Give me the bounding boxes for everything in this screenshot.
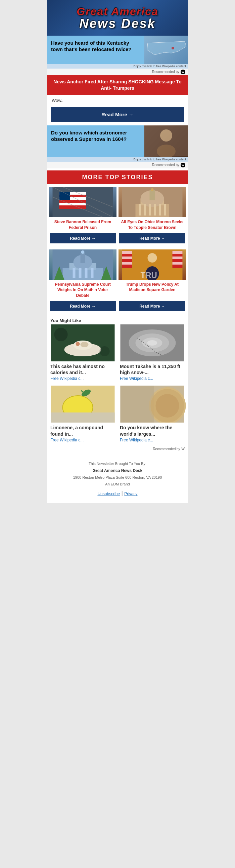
wiki-promo-1-text: Have you heard of this Kentucky town tha… — [47, 36, 144, 64]
story-grid-row1: Steve Bannon Released From Federal Priso… — [47, 184, 188, 247]
svg-rect-42 — [122, 262, 132, 265]
svg-rect-65 — [51, 412, 115, 423]
svg-point-1 — [172, 47, 174, 50]
might-like-card-1-title: This cake has almost no calories and it.… — [49, 362, 116, 376]
wiki-icon-footer: W — [181, 447, 184, 451]
privacy-link[interactable]: Privacy — [124, 492, 137, 496]
footer-brought-to-you: This Newsletter Brought To You By: — [54, 461, 181, 467]
svg-point-53 — [76, 342, 80, 346]
more-top-stories-label: MORE TOP STORIES — [51, 174, 184, 181]
might-like-card-3[interactable]: Limonene, a compound found in... Free Wi… — [49, 385, 116, 445]
svg-rect-44 — [173, 251, 182, 254]
wiki-promo-1-title: Have you heard of this Kentucky town tha… — [51, 40, 141, 53]
story-card-3-image — [49, 249, 116, 280]
footer-edm: An EDM Brand — [54, 481, 181, 488]
header-line2: News Desk — [51, 17, 184, 31]
svg-rect-25 — [164, 204, 166, 216]
story-card-1-read-more[interactable]: Read More → — [50, 233, 116, 243]
story-card-1-title: Steve Bannon Released From Federal Priso… — [49, 217, 116, 232]
footer-links-row: Unsubscribe | Privacy — [54, 491, 181, 497]
recommended-label-1: Recommended by — [152, 70, 179, 73]
svg-rect-18 — [150, 190, 155, 200]
might-like-card-3-subtitle: Free Wikipedia c... — [49, 438, 116, 445]
story-card-1: Steve Bannon Released From Federal Priso… — [49, 187, 116, 247]
might-like-card-4-title: Do you know where the world's larges... — [119, 423, 186, 437]
might-like-img-3 — [49, 385, 116, 423]
footer-recommended-label: Recommended by — [153, 447, 180, 451]
might-like-card-2-title: Mount Takahe is a 11,350 ft high snow-..… — [119, 362, 186, 376]
wiki-promo-2-image — [144, 125, 188, 157]
wiki-icon-2: W — [180, 163, 185, 167]
svg-point-47 — [148, 253, 157, 262]
svg-rect-21 — [144, 204, 146, 216]
svg-rect-68 — [121, 385, 154, 423]
might-like-grid: This cake has almost no calories and it.… — [47, 324, 188, 445]
story-card-4-title: Trump Drops New Policy At Madison Square… — [119, 280, 186, 300]
svg-rect-35 — [91, 268, 94, 278]
story-card-2-image — [119, 187, 186, 217]
story-grid-row2: Pennsylvania Supreme Court Weighs In On … — [47, 247, 188, 315]
might-like-img-2 — [119, 324, 186, 362]
wiki-promo-2[interactable]: Do you know which astronomer observed a … — [47, 125, 188, 157]
wiki-promo-1-image — [144, 36, 188, 64]
story-card-2-read-more[interactable]: Read More → — [119, 233, 185, 243]
svg-rect-27 — [63, 268, 103, 280]
might-like-img-1 — [49, 324, 116, 362]
header-line1: Great America — [51, 6, 184, 17]
story-card-3: Pennsylvania Supreme Court Weighs In On … — [49, 249, 116, 315]
svg-rect-34 — [85, 268, 88, 278]
might-like-card-3-title: Limonene, a compound found in... — [49, 423, 116, 437]
might-like-card-1[interactable]: This cake has almost no calories and it.… — [49, 324, 116, 383]
svg-point-56 — [100, 346, 110, 356]
wow-text: Wow.. — [47, 95, 188, 104]
breaking-news-bar: News Anchor Fired After Sharing SHOCKING… — [47, 75, 188, 95]
svg-rect-22 — [149, 204, 151, 216]
footer-recommended-bar: Recommended by W — [47, 445, 188, 453]
svg-rect-32 — [73, 268, 75, 278]
story-card-2: All Eyes On Ohio: Moreno Seeks To Topple… — [119, 187, 186, 247]
wiki-promo-1[interactable]: Have you heard of this Kentucky town tha… — [47, 36, 188, 64]
svg-rect-46 — [173, 262, 182, 265]
wiki-promo-1-caption: Enjoy this link to free Wikipedia conten… — [47, 64, 188, 69]
story-card-4-read-more[interactable]: Read More → — [119, 301, 185, 311]
svg-marker-0 — [147, 41, 186, 55]
svg-point-54 — [80, 342, 89, 347]
story-card-3-read-more[interactable]: Read More → — [50, 301, 116, 311]
recommended-bar-1: Recommended by W — [47, 69, 188, 75]
might-like-card-2[interactable]: Mount Takahe is a 11,350 ft high snow-..… — [119, 324, 186, 383]
unsubscribe-link[interactable]: Unsubscribe — [97, 492, 120, 496]
wiki-icon-1: W — [180, 70, 185, 74]
might-like-img-4 — [119, 385, 186, 423]
svg-rect-41 — [122, 256, 132, 259]
svg-rect-24 — [159, 204, 161, 216]
might-like-card-1-subtitle: Free Wikipedia c... — [49, 376, 116, 383]
header-banner: Great America News Desk — [47, 0, 188, 36]
recommended-bar-2: Recommended by W — [47, 162, 188, 168]
story-card-1-image — [49, 187, 116, 217]
wiki-promo-2-caption: Enjoy this link to free Wikipedia conten… — [47, 157, 188, 162]
story-card-4: TRU Trump Drops New Policy At Madison Sq… — [119, 249, 186, 315]
you-might-like-header: You Might Like — [47, 315, 188, 324]
footer-separator: | — [122, 491, 125, 496]
story-card-3-title: Pennsylvania Supreme Court Weighs In On … — [49, 280, 116, 300]
svg-rect-30 — [80, 253, 85, 263]
email-wrapper: Great America News Desk Have you heard o… — [47, 0, 188, 503]
footer-address: 1900 Reston Metro Plaza Suite 600 Reston… — [54, 474, 181, 481]
breaking-news-text: News Anchor Fired After Sharing SHOCKING… — [52, 79, 183, 92]
might-like-card-2-subtitle: Free Wikipedia c... — [119, 376, 186, 383]
footer-brand: Great America News Desk — [54, 467, 181, 475]
svg-rect-33 — [79, 268, 81, 278]
wiki-promo-2-text: Do you know which astronomer observed a … — [47, 125, 144, 157]
more-top-stories-bar: MORE TOP STORIES — [47, 170, 188, 184]
svg-rect-40 — [122, 251, 132, 254]
read-more-button-1[interactable]: Read More → — [51, 107, 184, 122]
story-card-2-title: All Eyes On Ohio: Moreno Seeks To Topple… — [119, 217, 186, 232]
recommended-label-2: Recommended by — [152, 163, 179, 167]
svg-point-31 — [81, 250, 85, 254]
might-like-card-4[interactable]: Do you know where the world's larges... … — [119, 385, 186, 445]
svg-point-55 — [55, 328, 68, 341]
wiki-promo-2-title: Do you know which astronomer observed a … — [51, 129, 141, 143]
svg-rect-23 — [154, 204, 156, 216]
footer: This Newsletter Brought To You By: Great… — [47, 457, 188, 503]
svg-text:TRU: TRU — [141, 271, 157, 280]
